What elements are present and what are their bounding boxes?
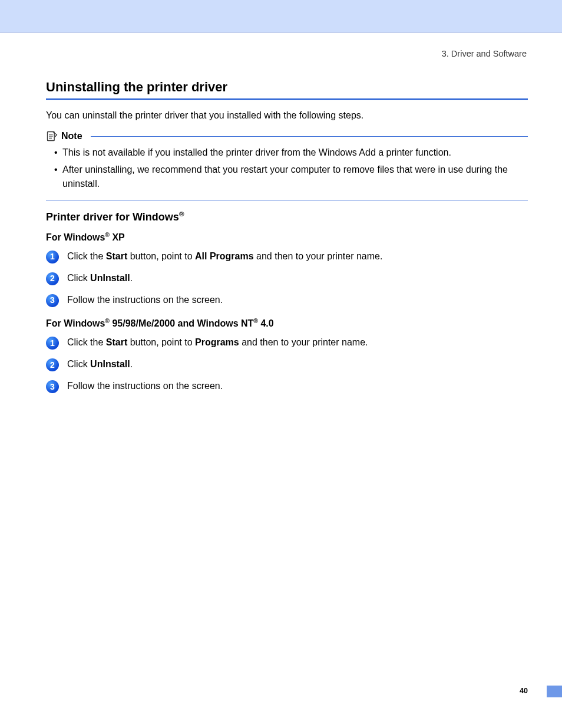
page-number: 40 (520, 687, 528, 695)
steps-xp: 1 Click the Start button, point to All P… (46, 250, 528, 307)
os-heading-text: For Windows (46, 232, 105, 242)
note-rule-top (91, 136, 528, 137)
intro-text: You can uninstall the printer driver tha… (46, 108, 528, 122)
step-number-badge: 2 (46, 358, 59, 371)
page-edge-tab (547, 686, 562, 697)
os-heading-xp: For Windows® XP (46, 232, 528, 243)
registered-mark: ® (105, 318, 110, 324)
top-banner (0, 0, 562, 32)
step-number-badge: 3 (46, 294, 59, 307)
step-item: 2 Click UnInstall. (46, 272, 528, 285)
os-heading-text: 4.0 (258, 318, 274, 328)
title-rule (46, 98, 528, 100)
os-heading-text: 95/98/Me/2000 and Windows NT (110, 318, 253, 328)
registered-mark: ® (253, 318, 258, 324)
steps-legacy: 1 Click the Start button, point to Progr… (46, 336, 528, 393)
step-item: 1 Click the Start button, point to All P… (46, 250, 528, 263)
step-text: Click UnInstall. (67, 358, 133, 371)
note-item: After uninstalling, we recommend that yo… (54, 163, 528, 190)
step-number-badge: 1 (46, 251, 59, 263)
note-item: This is not available if you installed t… (54, 146, 528, 159)
step-text: Follow the instructions on the screen. (67, 294, 223, 307)
os-heading-text: XP (110, 232, 125, 242)
step-item: 3 Follow the instructions on the screen. (46, 380, 528, 393)
note-label: Note (61, 131, 82, 141)
note-header: Note (46, 130, 528, 142)
page-body: 3. Driver and Software Uninstalling the … (0, 32, 562, 728)
note-icon (46, 130, 58, 142)
note-body: This is not available if you installed t… (46, 142, 528, 200)
subheading: Printer driver for Windows® (46, 210, 528, 223)
step-item: 2 Click UnInstall. (46, 358, 528, 371)
step-text: Follow the instructions on the screen. (67, 380, 223, 393)
step-number-badge: 3 (46, 380, 59, 393)
note-rule-bottom (46, 200, 528, 200)
registered-mark: ® (105, 232, 110, 238)
page-title: Uninstalling the printer driver (46, 80, 528, 95)
chapter-label: 3. Driver and Software (46, 49, 528, 58)
step-text: Click the Start button, point to Program… (67, 336, 368, 349)
os-heading-text: For Windows (46, 318, 105, 328)
subheading-text: Printer driver for Windows (46, 211, 179, 223)
step-text: Click the Start button, point to All Pro… (67, 250, 382, 263)
step-number-badge: 1 (46, 337, 59, 350)
os-heading-legacy: For Windows® 95/98/Me/2000 and Windows N… (46, 318, 528, 329)
step-text: Click UnInstall. (67, 272, 133, 285)
step-item: 1 Click the Start button, point to Progr… (46, 336, 528, 350)
registered-mark: ® (179, 210, 184, 218)
step-number-badge: 2 (46, 272, 59, 285)
step-item: 3 Follow the instructions on the screen. (46, 294, 528, 307)
